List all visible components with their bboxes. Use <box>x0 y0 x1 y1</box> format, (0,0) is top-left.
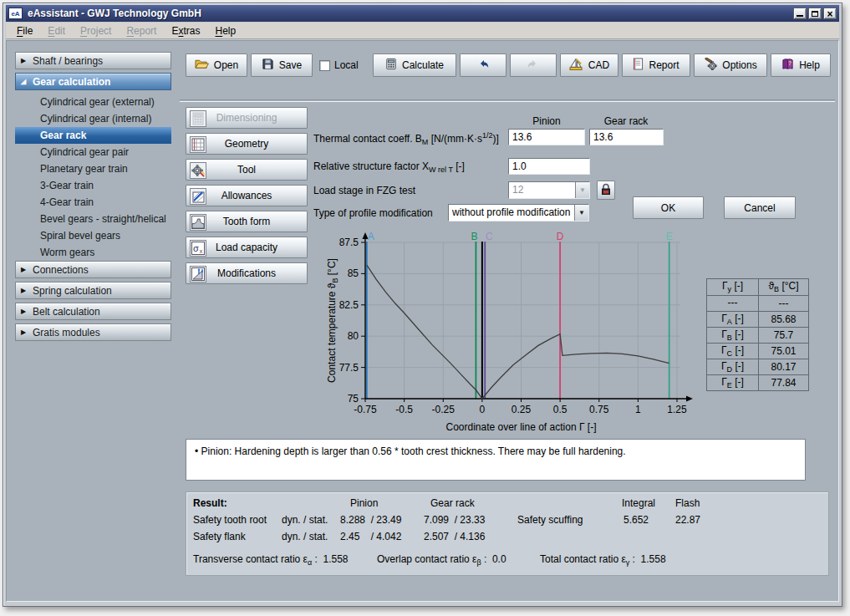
safety-scuffing-flash: 22.87 <box>675 514 700 526</box>
sidebar-item-gear-rack[interactable]: Gear rack <box>15 127 171 144</box>
cad-button[interactable]: CAD <box>560 53 618 77</box>
local-checkbox[interactable] <box>319 60 330 71</box>
safety-tooth-root-pinion: 8.288 / 23.49 <box>340 514 401 526</box>
gamma-row-label: ΓB [-] <box>707 328 759 344</box>
gamma-row-value: --- <box>759 296 809 312</box>
sidebar-item-3-gear-train[interactable]: 3-Gear train <box>15 177 171 194</box>
menu-help[interactable]: Help <box>207 23 243 38</box>
gamma-row-value: 85.68 <box>759 312 809 328</box>
sidebar-header-label: Gratis modules <box>33 327 100 339</box>
structure-factor-input[interactable] <box>508 158 590 175</box>
structure-factor-label: Relative structure factor XW rel T [-] <box>313 160 465 174</box>
gamma-row-label: ΓA [-] <box>707 312 759 328</box>
report-document-icon <box>633 58 644 73</box>
menu-extras[interactable]: Extras <box>164 23 207 38</box>
app-icon-text: eA <box>11 10 19 18</box>
svg-text:0.75: 0.75 <box>589 404 609 415</box>
results-col-flash: Flash <box>675 497 700 509</box>
toolbar: Open Save Local Calculate CAD Report <box>186 53 831 77</box>
profile-modification-dropdown[interactable]: without profile modification <box>448 204 589 221</box>
gamma-row-label: ΓC [-] <box>707 344 759 359</box>
sidebar-item-spiral-bevel-gears[interactable]: Spiral bevel gears <box>15 227 171 244</box>
load-capacity-button[interactable]: σx Load capacity <box>186 237 308 258</box>
sidebar-item-spring-calculation[interactable]: ▶Spring calculation <box>15 282 171 299</box>
open-button[interactable]: Open <box>186 53 247 77</box>
save-label: Save <box>279 59 302 71</box>
allowances-label: Allowances <box>221 190 272 201</box>
sidebar-header-label: Spring calculation <box>33 285 112 297</box>
dimensioning-label: Dimensioning <box>216 112 277 124</box>
collapsed-triangle-icon: ▶ <box>21 287 33 294</box>
expanded-triangle-icon: ◢ <box>21 78 33 85</box>
cancel-button[interactable]: Cancel <box>724 196 796 219</box>
help-button[interactable]: ? Help <box>771 53 831 77</box>
thermal-coeff-pinion-input[interactable] <box>508 129 585 145</box>
gamma-row-value: 77.84 <box>759 375 809 391</box>
gamma-row-value: 80.17 <box>759 359 809 375</box>
minimize-button[interactable] <box>793 8 807 19</box>
geometry-label: Geometry <box>225 138 269 150</box>
modifications-button[interactable]: Modifications <box>186 262 308 284</box>
menu-edit: Edit <box>40 23 73 38</box>
svg-text:x: x <box>200 248 203 254</box>
sidebar-item-bevel-gears-straight-helical[interactable]: Bevel gears - straight/helical <box>15 211 171 227</box>
collapsed-triangle-icon: ▶ <box>21 328 33 336</box>
report-button[interactable]: Report <box>622 53 690 77</box>
gamma-table-row: ΓB [-]75.7 <box>707 328 809 344</box>
sidebar-item-gear-calculation[interactable]: ◢Gear calculation <box>15 73 171 90</box>
chevron-down-icon[interactable] <box>574 205 588 221</box>
svg-text:-0.75: -0.75 <box>354 404 377 415</box>
sidebar-item-4-gear-train[interactable]: 4-Gear train <box>15 194 171 211</box>
maximize-button[interactable] <box>808 8 822 19</box>
sidebar-item-worm-gears[interactable]: Worm gears <box>15 244 171 261</box>
options-button[interactable]: Options <box>694 53 767 77</box>
cad-label: CAD <box>588 59 609 71</box>
safety-tooth-root-label: Safety tooth root <box>193 514 267 526</box>
menu-file[interactable]: File <box>9 23 40 38</box>
sidebar-item-shaft-bearings[interactable]: ▶Shaft / bearings <box>15 52 171 69</box>
lock-icon <box>600 183 612 198</box>
local-label: Local <box>334 59 359 71</box>
safety-tooth-root-gear-rack: 7.099 / 23.33 <box>424 514 485 526</box>
sidebar-item-connections[interactable]: ▶Connections <box>15 261 171 278</box>
sidebar-item-cylindrical-gear-internal[interactable]: Cylindrical gear (internal) <box>15 110 171 127</box>
close-button[interactable] <box>823 8 837 19</box>
sidebar-item-gratis-modules[interactable]: ▶Gratis modules <box>15 323 171 341</box>
results-col-integral: Integral <box>622 497 655 509</box>
open-folder-icon <box>195 58 209 73</box>
ok-button[interactable]: OK <box>633 196 704 219</box>
results-col-gear-rack: Gear rack <box>430 497 475 509</box>
allowances-button[interactable]: Allowances <box>186 185 308 206</box>
warning-message-box: • Pinion: Hardening depth is larger than… <box>186 439 806 481</box>
svg-text:0.25: 0.25 <box>512 404 532 415</box>
modifications-label: Modifications <box>217 267 276 279</box>
geometry-button[interactable]: Geometry <box>186 133 308 155</box>
chevron-down-icon <box>575 182 589 198</box>
gamma-table-row: ΓE [-]77.84 <box>707 375 809 391</box>
fzg-lock-button[interactable] <box>597 181 615 200</box>
gamma-row-label: ΓE [-] <box>707 375 759 391</box>
profile-modification-label: Type of profile modification <box>313 207 433 219</box>
save-button[interactable]: Save <box>251 53 313 77</box>
sidebar-item-cylindrical-gear-external[interactable]: Cylindrical gear (external) <box>15 94 171 110</box>
tool-label: Tool <box>237 164 256 176</box>
gamma-table-header-gamma: Γy [-] <box>707 279 759 296</box>
transverse-contact-ratio: Transverse contact ratio εα : 1.558 <box>193 553 349 567</box>
tooth-form-button[interactable]: Tooth form <box>186 211 308 232</box>
menubar: FileEditProjectReportExtrasHelp <box>6 23 839 39</box>
tooth-form-label: Tooth form <box>223 216 271 227</box>
calculate-button[interactable]: Calculate <box>373 53 456 77</box>
sidebar-item-cylindrical-gear-pair[interactable]: Cylindrical gear pair <box>15 144 171 160</box>
gear-rack-column-header: Gear rack <box>588 115 664 127</box>
svg-text:Contact temperature ϑB [°C]: Contact temperature ϑB [°C] <box>326 258 339 383</box>
results-title: Result: <box>193 497 227 509</box>
titlebar[interactable]: eA eAssistant - GWJ Technology GmbH <box>6 5 839 22</box>
undo-button[interactable] <box>460 53 506 77</box>
gamma-row-value: 75.01 <box>759 344 809 359</box>
thermal-coeff-gear-rack-input[interactable] <box>589 129 664 145</box>
sidebar-item-planetary-gear-train[interactable]: Planetary gear train <box>15 160 171 177</box>
help-label: Help <box>799 59 820 71</box>
tool-button[interactable]: Tool <box>186 159 308 181</box>
sidebar-item-belt-calculation[interactable]: ▶Belt calculation <box>15 303 171 320</box>
svg-text:?: ? <box>788 60 791 66</box>
